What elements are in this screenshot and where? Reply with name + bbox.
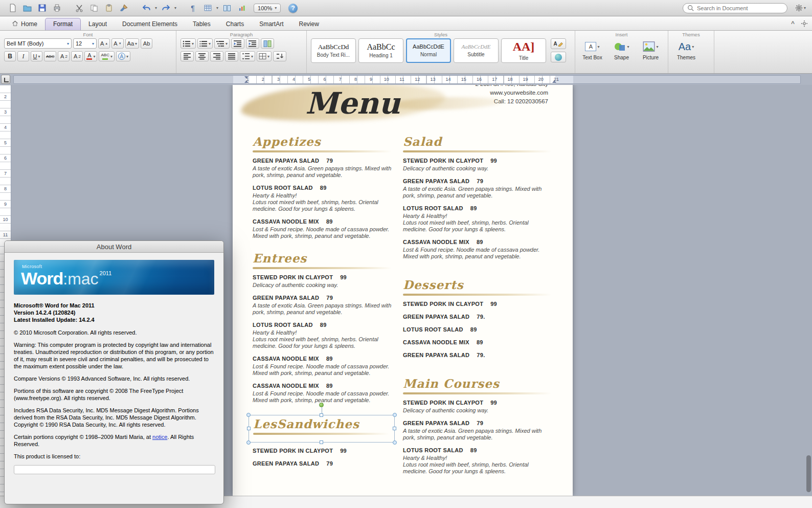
- style-chip-body-text-ri[interactable]: AaBbCcDdBody Text Ri...: [311, 38, 356, 63]
- save-button[interactable]: [36, 2, 48, 14]
- tab-format[interactable]: Format: [45, 18, 81, 30]
- print-button[interactable]: [51, 2, 63, 14]
- selection-handle-br[interactable]: [393, 440, 397, 445]
- columns-button[interactable]: [221, 2, 233, 14]
- justify-button[interactable]: [225, 51, 238, 61]
- menu-item-name: STEWED PORK IN CLAYPOT: [253, 274, 333, 280]
- selection-handle-mr[interactable]: [393, 427, 396, 430]
- grow-font-button[interactable]: A: [98, 38, 110, 49]
- bold-button[interactable]: B: [4, 51, 16, 61]
- ribbon-gear-icon[interactable]: [801, 20, 808, 27]
- style-chip-heading-1[interactable]: AaBbCcHeading 1: [358, 38, 403, 63]
- font-color-button[interactable]: A: [84, 51, 97, 61]
- manage-styles-button[interactable]: [551, 52, 566, 62]
- search-field[interactable]: [683, 3, 787, 13]
- tab-home[interactable]: Home: [4, 18, 45, 30]
- style-preview: AaBbCcDdE: [413, 44, 444, 50]
- vertical-scrollbar[interactable]: [805, 86, 811, 495]
- clear-formatting-button[interactable]: Ab: [141, 38, 152, 49]
- subscript-button[interactable]: A2: [71, 51, 83, 61]
- redo-dropdown-arrow-icon[interactable]: [174, 6, 176, 10]
- align-left-button[interactable]: [181, 51, 194, 61]
- tables-dropdown-arrow-icon[interactable]: [216, 6, 218, 10]
- cut-button[interactable]: [73, 2, 85, 14]
- horizontal-ruler[interactable]: 123456789101112131415161718192021: [13, 75, 801, 84]
- grow-arrow-icon: [105, 42, 108, 45]
- font-name-combo[interactable]: Bell MT (Body): [4, 38, 72, 49]
- search-input[interactable]: [697, 5, 783, 11]
- themes-button[interactable]: Aa Themes: [672, 38, 700, 60]
- rotate-handle[interactable]: [319, 403, 324, 407]
- tab-tables[interactable]: Tables: [185, 18, 218, 30]
- tab-layout[interactable]: Layout: [81, 18, 115, 30]
- menu-item-head: CASSAVA NOODLE MIX89: [253, 383, 392, 389]
- align-right-button[interactable]: [210, 51, 223, 61]
- strikethrough-button[interactable]: ABC: [44, 51, 56, 61]
- tab-document-elements[interactable]: Document Elements: [115, 18, 185, 30]
- bullets-button[interactable]: [181, 38, 196, 49]
- vertical-scrollbar-thumb[interactable]: [806, 455, 811, 492]
- highlight-button[interactable]: ABC: [99, 51, 114, 61]
- shape-button[interactable]: Shape: [608, 38, 635, 60]
- zoom-control[interactable]: 100%: [254, 4, 281, 13]
- gallery-button[interactable]: [236, 2, 248, 14]
- text-box-button[interactable]: A Text Box: [579, 38, 605, 60]
- selection-handle-bm[interactable]: [320, 440, 323, 444]
- case-dropdown-arrow-icon: [135, 41, 137, 46]
- open-button[interactable]: [21, 2, 33, 14]
- selection-handle-ml[interactable]: [247, 427, 251, 430]
- menu-title: Menu: [266, 85, 440, 129]
- tables-button[interactable]: [201, 2, 214, 14]
- redo-button[interactable]: [160, 2, 172, 14]
- increase-indent-button[interactable]: [246, 38, 259, 49]
- help-button[interactable]: ?: [288, 4, 298, 13]
- line-spacing-button[interactable]: [240, 51, 255, 61]
- format-painter-button[interactable]: [118, 2, 130, 14]
- style-chip-subtitle[interactable]: AaBbCcDdESubtitle: [454, 38, 499, 63]
- superscript-button[interactable]: A2: [58, 51, 70, 61]
- underline-button[interactable]: U: [31, 51, 42, 61]
- text-columns-button[interactable]: [261, 38, 274, 49]
- group-label-font: Font: [0, 32, 176, 37]
- picture-button[interactable]: Picture: [638, 38, 664, 60]
- decrease-indent-button[interactable]: [231, 38, 244, 49]
- menu-item-description: A taste of exotic Asia. Green papaya str…: [403, 428, 551, 441]
- ruler-number: 14: [446, 77, 451, 82]
- sort-button[interactable]: [273, 51, 286, 61]
- tab-review[interactable]: Review: [291, 18, 326, 30]
- toolbar-gear-button[interactable]: [795, 4, 806, 12]
- borders-button[interactable]: [257, 51, 272, 61]
- copy-button[interactable]: [88, 2, 100, 14]
- paste-button[interactable]: [103, 2, 115, 14]
- selection-handle-tl[interactable]: [246, 413, 251, 417]
- document-page[interactable]: 2 25th St #400, Kansas Citywww.yourwebsi…: [233, 85, 573, 496]
- collapse-ribbon-button[interactable]: [791, 20, 795, 27]
- change-case-button[interactable]: Aa: [125, 38, 139, 49]
- font-size-combo[interactable]: 12: [73, 38, 97, 49]
- shrink-font-button[interactable]: A: [111, 38, 123, 49]
- tab-charts[interactable]: Charts: [218, 18, 252, 30]
- multilevel-list-button[interactable]: [214, 38, 230, 49]
- notice-link[interactable]: notice: [152, 434, 167, 440]
- menu-item-price: 99: [490, 400, 497, 406]
- text-effects-button[interactable]: A: [116, 51, 130, 61]
- style-chip-normal[interactable]: AaBbCcDdENormal: [406, 38, 451, 63]
- selection-handle-tm[interactable]: [320, 413, 323, 417]
- numbering-button[interactable]: [197, 38, 213, 49]
- tab-stop-selector[interactable]: [1, 75, 10, 84]
- style-chip-title[interactable]: AA]Title: [501, 38, 546, 63]
- italic-button[interactable]: I: [17, 51, 29, 61]
- menu-item-name: GREEN PAPAYA SALAD: [403, 178, 469, 184]
- selection-handle-tr[interactable]: [393, 413, 397, 417]
- styles-pane-button[interactable]: A: [551, 38, 566, 49]
- show-formatting-button[interactable]: ¶: [187, 2, 199, 14]
- undo-dropdown-arrow-icon[interactable]: [155, 6, 157, 10]
- selection-handle-bl[interactable]: [246, 440, 251, 445]
- undo-button[interactable]: [140, 2, 152, 14]
- menu-item-price: 79.: [477, 314, 485, 320]
- tab-smartart[interactable]: SmartArt: [252, 18, 291, 30]
- selected-text-box[interactable]: LesSandwiches: [249, 415, 395, 443]
- align-center-button[interactable]: [195, 51, 209, 61]
- new-document-button[interactable]: [6, 2, 18, 14]
- ruler-row: 123456789101112131415161718192021: [0, 74, 812, 85]
